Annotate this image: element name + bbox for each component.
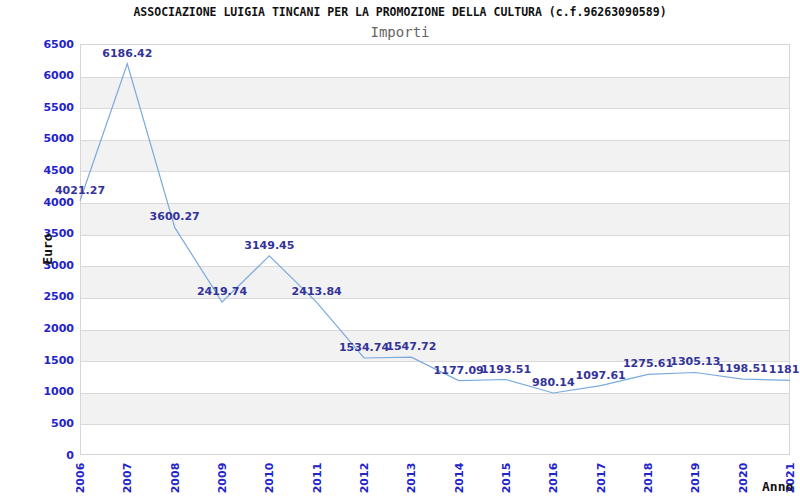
gridline [81,108,789,109]
x-tick-label: 2018 [642,463,655,494]
x-tick-label: 2011 [310,463,323,494]
x-tick-label: 2009 [216,463,229,494]
y-tick-label: 4500 [0,164,74,177]
x-tick-label: 2014 [452,463,465,494]
gridline [81,330,789,331]
data-label: 1547.72 [386,340,436,353]
plot-band [81,77,789,109]
data-label: 6186.42 [102,47,152,60]
y-axis-title: Euro [40,233,55,264]
x-tick-label: 2017 [594,463,607,494]
plot-band [81,108,789,140]
plot-band [81,45,789,77]
x-tick-label: 2020 [736,463,749,494]
data-label: 1193.51 [481,363,531,376]
x-tick-label: 2015 [500,463,513,494]
data-label: 1305.13 [670,355,720,368]
data-label: 1534.74 [339,341,389,354]
y-tick-label: 5000 [0,132,74,145]
y-tick-label: 3500 [0,227,74,240]
gridline [81,140,789,141]
y-tick-label: 5500 [0,101,74,114]
data-label: 2419.74 [197,285,247,298]
y-tick-label: 3000 [0,259,74,272]
y-tick-label: 6000 [0,69,74,82]
x-axis-title: Anno [762,479,793,494]
gridline [81,203,789,204]
plot-band [81,298,789,330]
data-label: 1097.61 [576,369,626,382]
x-tick-label: 2008 [168,463,181,494]
data-label: 1275.61 [623,357,673,370]
y-tick-label: 500 [0,417,74,430]
x-tick-label: 2012 [358,463,371,494]
plot-band [81,393,789,425]
data-label: 3600.27 [150,210,200,223]
plot-band [81,171,789,203]
x-tick-label: 2006 [74,463,87,494]
data-label: 1181.4 [769,363,800,376]
plot-area [80,44,790,455]
chart-container: ASSOCIAZIONE LUIGIA TINCANI PER LA PROMO… [0,0,800,500]
y-tick-label: 4000 [0,196,74,209]
y-tick-label: 1000 [0,385,74,398]
y-tick-label: 2000 [0,322,74,335]
x-tick-label: 2019 [689,463,702,494]
data-label: 3149.45 [244,239,294,252]
gridline [81,266,789,267]
y-tick-label: 2500 [0,290,74,303]
y-tick-label: 6500 [0,38,74,51]
plot-band [81,266,789,298]
gridline [81,77,789,78]
plot-band [81,235,789,267]
gridline [81,393,789,394]
x-tick-label: 2010 [263,463,276,494]
gridline [81,424,789,425]
plot-band [81,424,789,456]
data-label: 1198.51 [718,362,768,375]
data-label: 1177.09 [434,364,484,377]
gridline [81,235,789,236]
y-tick-label: 0 [0,449,74,462]
x-tick-label: 2013 [405,463,418,494]
data-label: 980.14 [532,376,574,389]
x-tick-label: 2007 [121,463,134,494]
gridline [81,171,789,172]
plot-band [81,140,789,172]
y-tick-label: 1500 [0,354,74,367]
chart-title: ASSOCIAZIONE LUIGIA TINCANI PER LA PROMO… [0,5,800,19]
data-label: 2413.84 [292,285,342,298]
x-tick-label: 2016 [547,463,560,494]
gridline [81,298,789,299]
chart-subtitle: Importi [0,24,800,40]
data-label: 4021.27 [55,184,105,197]
